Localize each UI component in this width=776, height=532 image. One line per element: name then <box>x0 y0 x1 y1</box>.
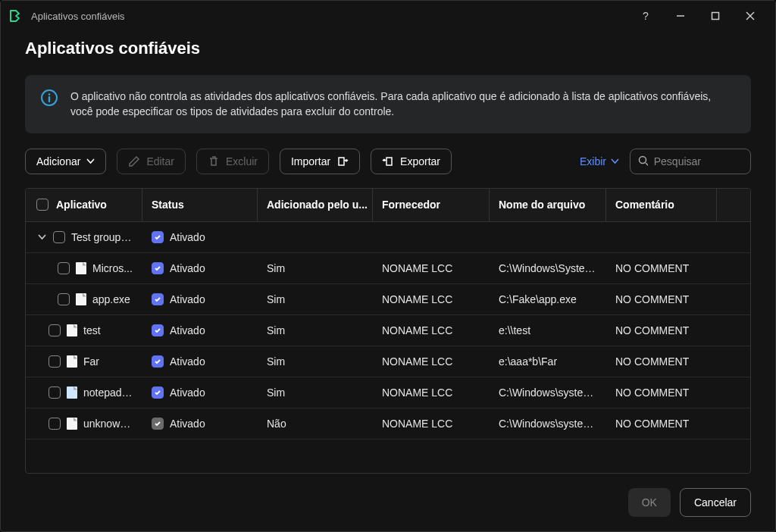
table: Aplicativo Status Adicionado pelo u... F… <box>25 188 751 474</box>
file-text: C:\Windows\system... <box>499 386 597 399</box>
comment-text: NO COMMENT <box>615 418 689 430</box>
export-button[interactable]: Exportar <box>371 149 452 174</box>
status-text: Ativado <box>170 355 205 368</box>
file-icon <box>76 293 86 305</box>
status-checkbox[interactable] <box>152 262 164 274</box>
close-button[interactable] <box>733 4 768 28</box>
minimize-button[interactable] <box>663 4 698 28</box>
app-logo-icon <box>8 9 22 23</box>
col-vendor[interactable]: Fornecedor <box>373 189 490 221</box>
svg-rect-1 <box>712 13 719 20</box>
vendor-text: NONAME LCC <box>382 386 452 399</box>
row-checkbox[interactable] <box>48 418 61 430</box>
col-status[interactable]: Status <box>142 189 258 221</box>
search-icon <box>638 155 648 167</box>
app-name: notepad.e... <box>83 386 133 399</box>
add-button[interactable]: Adicionar <box>25 149 106 174</box>
row-checkbox[interactable] <box>58 293 70 305</box>
content-area: Aplicativos confiáveis O aplicativo não … <box>1 31 775 474</box>
row-checkbox[interactable] <box>48 324 61 336</box>
col-comment[interactable]: Comentário <box>606 189 717 221</box>
file-text: C:\Windows\System... <box>499 262 597 274</box>
comment-text: NO COMMENT <box>615 386 689 399</box>
table-row[interactable]: FarAtivadoSimNONAME LCCe:\aaa*b\FarNO CO… <box>26 346 750 377</box>
chevron-down-icon <box>86 157 95 165</box>
page-title: Aplicativos confiáveis <box>25 39 751 58</box>
col-app-label: Aplicativo <box>56 199 107 211</box>
import-label: Importar <box>291 155 330 167</box>
maximize-button[interactable] <box>698 4 733 28</box>
footer: OK Cancelar <box>1 474 775 531</box>
table-row[interactable]: Test group AppAtivado <box>26 222 750 253</box>
added-text: Sim <box>267 293 285 305</box>
row-checkbox[interactable] <box>48 386 61 399</box>
vendor-text: NONAME LCC <box>382 355 452 368</box>
added-text: Sim <box>267 324 285 336</box>
row-checkbox[interactable] <box>53 231 65 243</box>
vendor-text: NONAME LCC <box>382 418 452 430</box>
empty-row <box>26 440 750 468</box>
trash-icon <box>208 155 220 167</box>
status-checkbox[interactable] <box>152 293 164 305</box>
status-checkbox[interactable] <box>152 418 164 430</box>
ok-button[interactable]: OK <box>628 488 671 517</box>
row-checkbox[interactable] <box>48 355 61 368</box>
import-icon <box>336 155 349 167</box>
chevron-down-icon <box>611 157 619 165</box>
col-end <box>717 189 750 221</box>
table-row[interactable]: unknown....AtivadoNãoNONAME LCCC:\Window… <box>26 408 750 440</box>
toolbar: Adicionar Editar Excluir Importar Export… <box>25 149 751 174</box>
app-name: unknown.... <box>83 418 133 430</box>
vendor-text: NONAME LCC <box>382 293 452 305</box>
added-text: Sim <box>267 355 285 368</box>
window-controls: ? <box>628 4 768 28</box>
add-label: Adicionar <box>36 155 80 167</box>
comment-text: NO COMMENT <box>615 262 689 274</box>
status-text: Ativado <box>170 262 205 274</box>
col-added[interactable]: Adicionado pelo u... <box>258 189 373 221</box>
comment-text: NO COMMENT <box>615 293 689 305</box>
row-checkbox[interactable] <box>58 262 70 274</box>
edit-button[interactable]: Editar <box>117 149 186 174</box>
table-row[interactable]: notepad.e...AtivadoSimNONAME LCCC:\Windo… <box>26 377 750 408</box>
status-checkbox[interactable] <box>152 386 164 399</box>
app-name: Micros... <box>92 262 133 274</box>
help-button[interactable]: ? <box>628 4 663 28</box>
file-icon <box>67 386 77 399</box>
file-icon <box>76 262 86 274</box>
table-row[interactable]: app.exeAtivadoSimNONAME LCCC:\Fake\app.e… <box>26 284 750 315</box>
search-field[interactable] <box>630 149 751 174</box>
chevron-down-icon[interactable] <box>36 232 47 243</box>
svg-line-8 <box>646 163 648 166</box>
svg-rect-6 <box>48 96 50 102</box>
view-dropdown[interactable]: Exibir <box>580 155 619 167</box>
vendor-text: NONAME LCC <box>382 262 452 274</box>
table-header: Aplicativo Status Adicionado pelo u... F… <box>26 189 750 222</box>
status-checkbox[interactable] <box>152 324 164 336</box>
status-text: Ativado <box>170 324 205 336</box>
table-row[interactable]: testAtivadoSimNONAME LCCe:\\testNO COMME… <box>26 315 750 346</box>
file-icon <box>67 355 77 368</box>
file-text: e:\\test <box>499 324 530 336</box>
status-checkbox[interactable] <box>152 231 164 243</box>
info-banner: O aplicativo não controla as atividades … <box>25 75 751 133</box>
info-icon <box>40 89 58 107</box>
export-label: Exportar <box>400 155 440 167</box>
added-text: Não <box>267 418 286 430</box>
app-name: Test group App <box>71 231 133 243</box>
col-app[interactable]: Aplicativo <box>26 189 142 221</box>
delete-button[interactable]: Excluir <box>196 149 269 174</box>
svg-point-7 <box>640 157 646 164</box>
table-row[interactable]: Micros...AtivadoSimNONAME LCCC:\Windows\… <box>26 253 750 284</box>
search-input[interactable] <box>654 155 743 167</box>
svg-point-5 <box>48 93 51 95</box>
cancel-button[interactable]: Cancelar <box>680 488 751 517</box>
edit-label: Editar <box>146 155 174 167</box>
import-button[interactable]: Importar <box>280 149 360 174</box>
status-checkbox[interactable] <box>152 355 164 368</box>
status-text: Ativado <box>170 293 205 305</box>
app-name: app.exe <box>92 293 130 305</box>
col-file[interactable]: Nome do arquivo <box>490 189 606 221</box>
select-all-checkbox[interactable] <box>36 199 48 211</box>
file-text: C:\Windows\system... <box>499 418 597 430</box>
